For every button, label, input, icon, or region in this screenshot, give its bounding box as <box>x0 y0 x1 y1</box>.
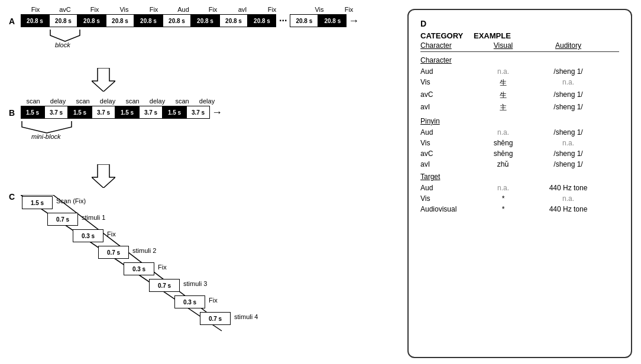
target-audiovisual-name: Audiovisual <box>420 205 474 213</box>
timeline-arrow: → <box>348 15 359 27</box>
svg-marker-0 <box>92 68 115 92</box>
stair-block-stim3: 0.7 s <box>149 279 180 292</box>
pinyin-aud-name: Aud <box>420 128 474 136</box>
block-avi: 20.8 s <box>219 14 248 27</box>
block-header-vis1: Vis <box>109 6 139 13</box>
char-vis-name: Vis <box>420 78 474 88</box>
row-target-aud: Aud n.a. 440 Hz tone <box>420 183 619 193</box>
section-b: B scan delay scan delay scan delay scan … <box>9 98 402 141</box>
row-target-vis: Vis * n.a. <box>420 193 619 204</box>
mini-block-delay3: 3.7 s <box>139 106 163 119</box>
group-pinyin-header: Pinyin <box>420 114 619 127</box>
mini-block-scan1: 1.5 s <box>21 106 44 119</box>
svg-marker-1 <box>92 164 115 188</box>
block-header-aud: Aud <box>169 6 198 13</box>
section-a: A Fix avC Fix Vis Fix Aud Fix avI Fix Vi… <box>9 6 402 49</box>
char-aud-auditory: /sheng 1/ <box>533 67 604 76</box>
stair-label-stim4: stimuli 4 <box>234 313 258 320</box>
mini-block-scan2: 1.5 s <box>68 106 92 119</box>
down-arrow-bc <box>92 164 115 188</box>
group-target-header: Target <box>420 170 619 183</box>
block-fix5: 20.8 s <box>248 14 276 27</box>
pinyin-avc-name: avC <box>420 150 474 158</box>
row-char-vis: Vis 生 n.a. <box>420 77 619 89</box>
target-aud-visual: n.a. <box>474 184 533 192</box>
row-char-avc: avC 生 /sheng 1/ <box>420 89 619 102</box>
char-vis-auditory: n.a. <box>533 78 604 88</box>
section-b-label: B <box>9 108 15 118</box>
timeline-ellipsis: ··· <box>276 15 290 26</box>
scan-label-2: scan <box>70 98 95 105</box>
char-aud-visual: n.a. <box>474 67 533 76</box>
target-vis-name: Vis <box>420 194 474 203</box>
staircase-container: 1.5 s Scan (Fix) 0.7 s stimuli 1 0.3 s F… <box>21 195 269 343</box>
block-fix1: 20.8 s <box>21 14 49 27</box>
stair-label-fix3: Fix <box>209 297 218 304</box>
char-avc-visual: 生 <box>474 90 533 100</box>
col-header-auditory: Auditory <box>533 41 604 50</box>
pinyin-vis-auditory: n.a. <box>533 139 604 147</box>
arrow-a-to-b <box>92 68 115 93</box>
mini-timeline-arrow: → <box>212 106 222 119</box>
scan-label-1: scan <box>21 98 46 105</box>
scan-label-4: scan <box>170 98 195 105</box>
pinyin-vis-visual: shēng <box>474 139 533 147</box>
char-vis-visual: 生 <box>474 78 533 88</box>
target-vis-auditory: n.a. <box>533 194 604 203</box>
section-c: C 1.5 s Scan (Fix) 0.7 s stimuli 1 <box>9 192 402 343</box>
row-pinyin-aud: Aud n.a. /sheng 1/ <box>420 127 619 138</box>
block-header-fix6: Fix <box>334 6 364 13</box>
pinyin-avc-auditory: /sheng 1/ <box>533 150 604 158</box>
char-avi-auditory: /sheng 1/ <box>533 103 604 113</box>
block-avc: 20.8 s <box>49 14 77 27</box>
row-pinyin-avc: avC shēng /sheng 1/ <box>420 148 619 159</box>
stair-block-stim4: 0.7 s <box>200 312 231 325</box>
pinyin-avc-visual: shēng <box>474 150 533 158</box>
block-header-fix4: Fix <box>198 6 228 13</box>
pinyin-aud-visual: n.a. <box>474 128 533 136</box>
target-audiovisual-auditory: 440 Hz tone <box>533 205 604 213</box>
block-header-fix1: Fix <box>21 6 50 13</box>
mini-block-scan4: 1.5 s <box>163 106 186 119</box>
block-header-avi: avI <box>228 6 257 13</box>
pinyin-avi-auditory: /sheng 1/ <box>533 160 604 168</box>
row-char-avi: avI 主 /sheng 1/ <box>420 102 619 114</box>
section-a-label: A <box>9 17 15 26</box>
block-vis1: 20.8 s <box>106 14 134 27</box>
section-c-label: C <box>9 192 15 202</box>
target-aud-auditory: 440 Hz tone <box>533 184 604 192</box>
stair-block-fix1: 0.3 s <box>73 229 103 242</box>
stair-block-stim2: 0.7 s <box>98 246 129 259</box>
delay-label-3: delay <box>145 98 170 105</box>
mini-block-brace-label: mini-block <box>31 133 61 140</box>
block-fix2: 20.8 s <box>77 14 106 27</box>
example-header: EXAMPLE <box>474 31 580 40</box>
main-container: A Fix avC Fix Vis Fix Aud Fix avI Fix Vi… <box>0 0 641 364</box>
char-aud-name: Aud <box>420 67 474 76</box>
mini-block-delay1: 3.7 s <box>44 106 68 119</box>
stair-label-scan: Scan (Fix) <box>56 197 86 204</box>
stair-label-stim1: stimuli 1 <box>82 214 105 221</box>
block-brace-label: block <box>55 41 70 48</box>
block-aud: 20.8 s <box>163 14 191 27</box>
pinyin-vis-name: Vis <box>420 139 474 147</box>
target-audiovisual-visual: * <box>474 205 533 213</box>
scan-label-3: scan <box>120 98 145 105</box>
left-panel: A Fix avC Fix Vis Fix Aud Fix avI Fix Vi… <box>9 6 407 358</box>
char-avi-visual: 主 <box>474 103 533 113</box>
stair-block-fix2: 0.3 s <box>124 262 154 275</box>
char-avi-name: avI <box>420 103 474 113</box>
section-d-label: D <box>420 19 619 28</box>
delay-label-2: delay <box>95 98 120 105</box>
group-character-header: Character <box>420 55 619 66</box>
row-target-audiovisual: Audiovisual * 440 Hz tone <box>420 204 619 214</box>
mini-block-scan3: 1.5 s <box>115 106 139 119</box>
stair-label-stim2: stimuli 2 <box>132 247 156 254</box>
target-vis-visual: * <box>474 194 533 203</box>
block-header-fix3: Fix <box>139 6 169 13</box>
row-pinyin-avi: avI zhǔ /sheng 1/ <box>420 159 619 170</box>
col-header-character: Character <box>420 41 474 50</box>
block-fix4: 20.8 s <box>191 14 219 27</box>
block-header-fix5: Fix <box>257 6 287 13</box>
block-vis2: 20.8 s <box>290 14 318 27</box>
